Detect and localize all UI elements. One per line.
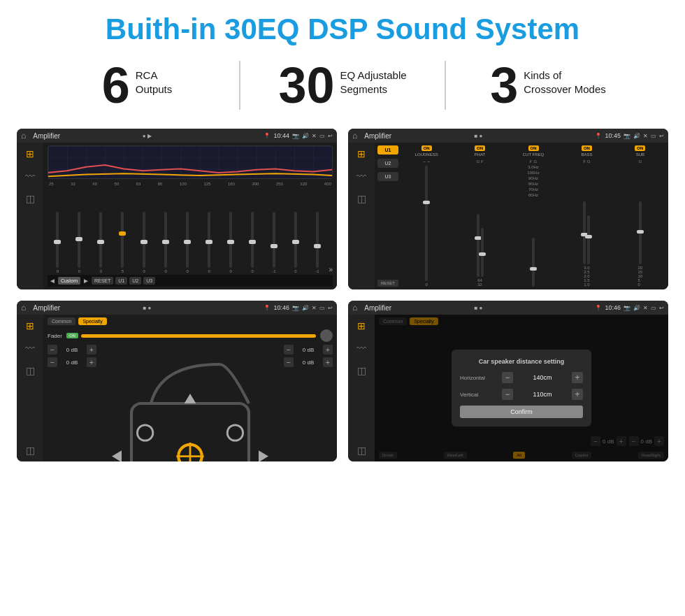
eq-prev-btn[interactable]: ◄ (49, 277, 56, 285)
dialog-home-icon[interactable]: ⌂ (352, 303, 357, 313)
eq-slider-8[interactable]: 0 (221, 212, 241, 273)
fader-plus-0[interactable]: + (87, 345, 96, 354)
cross-u2-btn[interactable]: U2 (377, 159, 398, 168)
cross-sidebar-icon-3[interactable]: ◫ (357, 193, 366, 204)
dialog-sidebar-icon-3[interactable]: ◫ (357, 365, 366, 376)
close-icon[interactable]: ✕ (312, 133, 317, 139)
eq-u2-btn[interactable]: U2 (129, 277, 141, 285)
fader-sidebar-icon-3[interactable]: ◫ (26, 365, 35, 376)
svg-marker-13 (112, 450, 122, 461)
cross-home-icon[interactable]: ⌂ (352, 131, 357, 141)
fader-minus-1[interactable]: − (48, 357, 57, 367)
eq-sidebar-icon-3[interactable]: ◫ (26, 193, 35, 204)
fader-plus-1[interactable]: + (87, 357, 96, 367)
cross-sidebar-icon-2[interactable]: 〰 (356, 171, 366, 182)
fader-db-val-2: 0 dB (296, 347, 321, 353)
eq-slider-2[interactable]: 0 (91, 212, 111, 273)
back-icon[interactable]: ↩ (328, 133, 333, 139)
confirm-button[interactable]: Confirm (460, 406, 583, 418)
cross-u3-btn[interactable]: U3 (377, 172, 398, 181)
eq-slider-5[interactable]: 0 (156, 212, 176, 273)
dialog-sidebar-icon-4[interactable]: ◫ (357, 445, 366, 456)
horizontal-plus-btn[interactable]: + (572, 372, 583, 383)
eq-next-btn[interactable]: ► (82, 277, 89, 285)
eq-screen: ⌂ Amplifier ● ▶ 📍 10:44 📷 🔊 ✕ ▭ ↩ ⊞ 〰 ◫ (17, 129, 337, 289)
fader-db-val-0: 0 dB (59, 347, 85, 353)
svg-marker-11 (185, 394, 196, 403)
cross-sidebar-icon-1[interactable]: ⊞ (357, 148, 366, 159)
fader-on-btn[interactable]: ON (66, 333, 78, 338)
loudness-label: LOUDNESS (415, 152, 438, 157)
stat-divider-1 (239, 61, 240, 110)
vertical-minus-btn[interactable]: − (502, 389, 513, 400)
minimize-icon[interactable]: ▭ (319, 133, 325, 139)
eq-u1-btn[interactable]: U1 (115, 277, 127, 285)
eq-slider-4[interactable]: 0 (134, 212, 154, 273)
eq-reset-btn[interactable]: RESET (92, 277, 113, 285)
fader-close-icon[interactable]: ✕ (312, 305, 317, 311)
dialog-sidebar-icon-1[interactable]: ⊞ (357, 320, 366, 331)
dialog-back-icon[interactable]: ↩ (659, 305, 664, 311)
fader-minus-2[interactable]: − (284, 345, 294, 354)
fader-minus-3[interactable]: − (284, 357, 294, 367)
fader-minimize-icon[interactable]: ▭ (319, 305, 325, 311)
fader-sidebar-icon-2[interactable]: 〰 (25, 343, 35, 354)
fader-back-icon[interactable]: ↩ (328, 305, 333, 311)
fader-tab-common[interactable]: Common (48, 317, 75, 325)
fader-sidebar-icon-1[interactable]: ⊞ (26, 320, 34, 331)
loudness-on-btn[interactable]: ON (421, 145, 432, 151)
cross-u1-btn[interactable]: U1 (377, 145, 398, 155)
bass-on-btn[interactable]: ON (582, 145, 592, 151)
fader-plus-2[interactable]: + (323, 345, 333, 354)
eq-slider-10[interactable]: -1 (264, 212, 284, 273)
bass-label: BASS (581, 152, 592, 157)
horizontal-minus-btn[interactable]: − (502, 372, 513, 383)
dialog-sidebar-icon-2[interactable]: 〰 (356, 343, 366, 354)
cross-phat-col: ON PHAT G F (454, 145, 505, 287)
more-icon[interactable]: » (329, 266, 333, 273)
fader-camera-icon: 📷 (292, 305, 299, 311)
cross-minimize-icon[interactable]: ▭ (651, 133, 656, 139)
eq-slider-0[interactable]: 0 (48, 212, 68, 273)
eq-slider-3[interactable]: 5 (113, 212, 133, 273)
fader-minus-0[interactable]: − (48, 345, 57, 354)
fader-sidebar-icon-4[interactable]: ◫ (26, 445, 35, 456)
vertical-label: Vertical (460, 392, 502, 398)
dialog-main-area: Common Specialty Car speaker distance se… (375, 315, 668, 461)
cross-close-icon[interactable]: ✕ (643, 133, 648, 139)
cutfreq-on-btn[interactable]: ON (528, 145, 539, 151)
cross-reset-btn[interactable]: RESET (377, 280, 398, 287)
fader-user-icon[interactable] (320, 329, 333, 342)
eq-slider-12[interactable]: -1 (307, 212, 327, 273)
dialog-horizontal-row: Horizontal − 140cm + (460, 372, 583, 383)
cross-screen-title: Amplifier (364, 132, 471, 140)
eq-custom-btn[interactable]: Custom (58, 277, 80, 285)
eq-sidebar-icon-1[interactable]: ⊞ (26, 148, 34, 159)
cross-status-dots: ■ ● (474, 133, 482, 139)
eq-slider-7[interactable]: 0 (199, 212, 219, 273)
cross-back-icon[interactable]: ↩ (659, 133, 664, 139)
sub-on-btn[interactable]: ON (635, 145, 645, 151)
fader-plus-3[interactable]: + (323, 357, 333, 367)
fader-home-icon[interactable]: ⌂ (21, 303, 26, 313)
cross-location-icon: 📍 (595, 133, 602, 139)
eq-sidebar: ⊞ 〰 ◫ (17, 143, 43, 289)
eq-slider-11[interactable]: 0 (285, 212, 305, 273)
svg-marker-14 (259, 450, 268, 461)
eq-slider-6[interactable]: 0 (178, 212, 198, 273)
eq-slider-9[interactable]: 0 (243, 212, 263, 273)
fader-slider[interactable] (81, 334, 316, 338)
car-diagram (102, 345, 278, 461)
eq-freq-labels: 25 32 40 50 63 80 100 125 160 200 250 32… (48, 182, 333, 186)
dialog-minimize-icon[interactable]: ▭ (651, 305, 656, 311)
eq-sidebar-icon-2[interactable]: 〰 (25, 171, 35, 182)
eq-u3-btn[interactable]: U3 (143, 277, 155, 285)
fader-location-icon: 📍 (264, 305, 271, 311)
stat-rca-number: 6 (102, 60, 130, 110)
dialog-close-icon[interactable]: ✕ (643, 305, 648, 311)
phat-on-btn[interactable]: ON (475, 145, 485, 151)
home-icon[interactable]: ⌂ (21, 131, 26, 141)
fader-tab-specialty[interactable]: Specialty (78, 317, 106, 325)
vertical-plus-btn[interactable]: + (572, 389, 583, 400)
eq-slider-1[interactable]: 0 (69, 212, 89, 273)
